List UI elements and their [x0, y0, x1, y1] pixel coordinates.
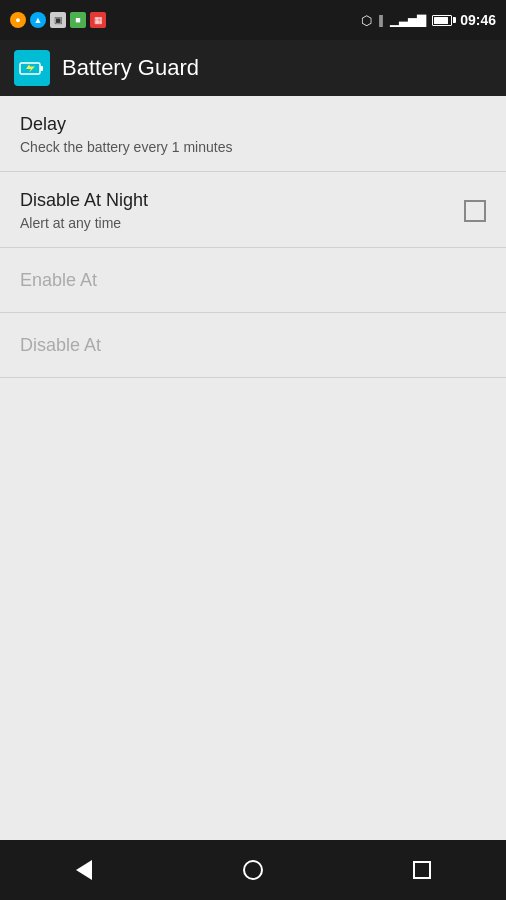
notif-icon-2: ▲	[30, 12, 46, 28]
disable-at-night-checkbox[interactable]	[464, 200, 486, 222]
battery-icon-svg	[19, 58, 45, 78]
delay-list-item[interactable]: Delay Check the battery every 1 minutes	[0, 96, 506, 172]
delay-subtitle: Check the battery every 1 minutes	[20, 139, 486, 155]
app-bar: Battery Guard	[0, 40, 506, 96]
battery-icon	[432, 15, 452, 26]
notif-icon-1: ●	[10, 12, 26, 28]
status-bar-left-icons: ● ▲ ▣ ■ ▦	[10, 12, 106, 28]
disable-at-night-subtitle: Alert at any time	[20, 215, 464, 231]
notif-icon-3: ▣	[50, 12, 66, 28]
disable-at-night-list-item[interactable]: Disable At Night Alert at any time	[0, 172, 506, 248]
disable-at-list-item: Disable At	[0, 313, 506, 378]
signal-icon: ▁▃▅▇	[390, 13, 426, 27]
disable-at-night-title: Disable At Night	[20, 190, 464, 211]
app-title: Battery Guard	[62, 55, 199, 81]
enable-at-title: Enable At	[20, 270, 97, 291]
svg-rect-1	[40, 66, 43, 71]
home-icon	[243, 860, 263, 880]
main-content: Delay Check the battery every 1 minutes …	[0, 96, 506, 840]
back-icon	[76, 860, 92, 880]
bluetooth-icon: ⬡	[361, 13, 372, 28]
delay-title: Delay	[20, 114, 486, 135]
notif-icon-4: ■	[70, 12, 86, 28]
recents-icon	[413, 861, 431, 879]
back-button[interactable]	[54, 850, 114, 890]
status-bar-right-icons: ⬡ ‖ ▁▃▅▇ 09:46	[361, 12, 496, 28]
status-time: 09:46	[460, 12, 496, 28]
disable-at-title: Disable At	[20, 335, 101, 356]
recents-button[interactable]	[392, 850, 452, 890]
home-button[interactable]	[223, 850, 283, 890]
notif-icon-5: ▦	[90, 12, 106, 28]
disable-at-night-text: Disable At Night Alert at any time	[20, 190, 464, 231]
battery-guard-icon	[14, 50, 50, 86]
enable-at-list-item: Enable At	[0, 248, 506, 313]
status-bar: ● ▲ ▣ ■ ▦ ⬡ ‖ ▁▃▅▇ 09:46	[0, 0, 506, 40]
disable-at-night-row: Disable At Night Alert at any time	[20, 190, 486, 231]
vibrate-icon: ‖	[378, 13, 384, 27]
nav-bar	[0, 840, 506, 900]
